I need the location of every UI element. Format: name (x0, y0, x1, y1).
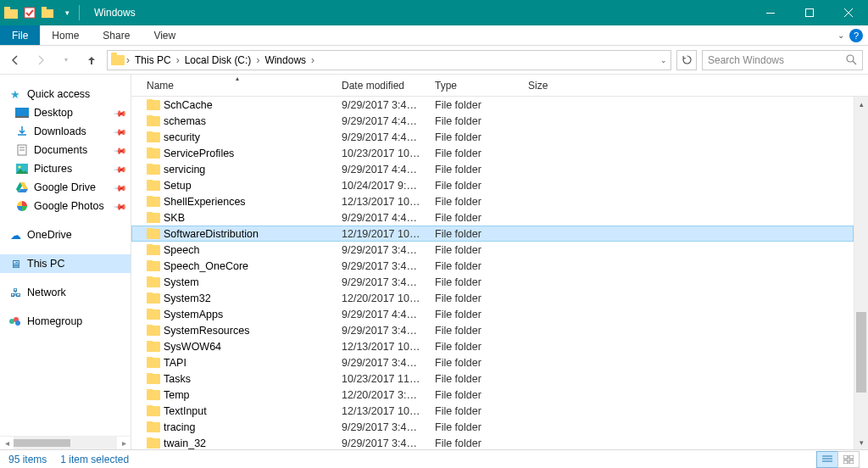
chevron-right-icon[interactable]: › (176, 54, 180, 66)
breadcrumb-windows[interactable]: Windows (261, 54, 309, 66)
file-row[interactable]: Tasks 10/23/2017 11:07 ... File folder (131, 370, 854, 387)
file-row[interactable]: Setup 10/24/2017 9:00 AM File folder (131, 177, 854, 193)
quick-access-header[interactable]: ★ Quick access (0, 85, 131, 103)
folder-icon (147, 100, 160, 110)
folder-icon (147, 326, 160, 336)
sidebar-item-google-photos[interactable]: Google Photos 📌 (0, 197, 131, 215)
recent-dropdown-icon[interactable]: ▾ (56, 50, 76, 70)
thispc-label: This PC (27, 258, 64, 270)
column-date[interactable]: Date modified (335, 75, 428, 96)
back-button[interactable] (5, 50, 25, 70)
refresh-button[interactable] (676, 50, 697, 70)
tab-home[interactable]: Home (40, 25, 91, 45)
file-name: Setup (164, 180, 192, 192)
file-date: 12/20/2017 3:53 PM (335, 389, 428, 401)
sidebar-item-desktop[interactable]: Desktop 📌 (0, 103, 131, 122)
address-dropdown-icon[interactable]: ⌄ (660, 56, 667, 64)
file-tab[interactable]: File (0, 25, 40, 45)
tab-view[interactable]: View (142, 25, 187, 45)
file-row[interactable]: tracing 9/29/2017 3:46 PM File folder (131, 419, 854, 435)
thumbnails-view-button[interactable] (837, 451, 860, 468)
pin-icon: 📌 (114, 199, 127, 213)
file-type: File folder (428, 421, 521, 433)
file-date: 9/29/2017 4:42 PM (335, 131, 428, 143)
file-name: SystemApps (164, 309, 223, 320)
file-row[interactable]: SchCache 9/29/2017 3:46 PM File folder (131, 97, 854, 113)
file-date: 10/23/2017 11:07 ... (335, 373, 428, 385)
homegroup-item[interactable]: Homegroup (0, 312, 131, 331)
search-box[interactable] (702, 50, 863, 70)
chevron-right-icon[interactable]: › (256, 54, 259, 66)
file-row[interactable]: System32 12/20/2017 10:59 ... File folde… (131, 290, 854, 306)
address-bar[interactable]: › This PC › Local Disk (C:) › Windows › … (107, 50, 671, 70)
column-name[interactable]: ▴Name (140, 75, 335, 96)
thispc-item[interactable]: 🖥 This PC (0, 254, 131, 273)
forward-button[interactable] (31, 50, 51, 70)
search-input[interactable] (708, 54, 846, 66)
file-date: 9/29/2017 3:46 PM (335, 99, 428, 111)
chevron-right-icon[interactable]: › (126, 54, 130, 66)
file-name: SKB (164, 212, 185, 224)
file-row[interactable]: TAPI 9/29/2017 3:46 PM File folder (131, 354, 854, 370)
navpane-scrollbar[interactable]: ◂▸ (0, 436, 131, 449)
breadcrumb-localdisk[interactable]: Local Disk (C:) (181, 54, 255, 66)
file-type: File folder (428, 228, 521, 240)
file-row[interactable]: security 9/29/2017 4:42 PM File folder (131, 129, 854, 145)
file-row[interactable]: Temp 12/20/2017 3:53 PM File folder (131, 387, 854, 403)
sidebar-item-documents[interactable]: Documents 📌 (0, 141, 131, 159)
downloads-icon (15, 125, 29, 138)
file-row[interactable]: servicing 9/29/2017 4:41 PM File folder (131, 161, 854, 177)
vertical-scrollbar[interactable]: ▴ ▾ (854, 97, 868, 449)
new-folder-icon[interactable] (39, 3, 58, 22)
file-date: 9/29/2017 3:46 PM (335, 276, 428, 288)
sidebar-item-downloads[interactable]: Downloads 📌 (0, 122, 131, 141)
pin-icon: 📌 (114, 143, 127, 157)
file-date: 9/29/2017 4:42 PM (335, 309, 428, 320)
help-icon[interactable]: ? (849, 29, 863, 42)
file-row[interactable]: SysWOW64 12/13/2017 10:56 ... File folde… (131, 338, 854, 354)
file-row[interactable]: SystemApps 9/29/2017 4:42 PM File folder (131, 306, 854, 322)
file-row[interactable]: TextInput 12/13/2017 10:55 ... File fold… (131, 403, 854, 419)
file-row[interactable]: ServiceProfiles 10/23/2017 10:44 ... Fil… (131, 145, 854, 161)
breadcrumb-thispc[interactable]: This PC (131, 54, 175, 66)
folder-icon (147, 406, 160, 416)
onedrive-item[interactable]: ☁ OneDrive (0, 226, 131, 244)
folder-app-icon[interactable] (2, 3, 20, 22)
sidebar-item-pictures[interactable]: Pictures 📌 (0, 159, 131, 178)
details-view-button[interactable] (816, 451, 838, 468)
column-type[interactable]: Type (428, 75, 521, 96)
maximize-button[interactable] (790, 0, 829, 25)
sidebar-item-google-drive[interactable]: Google Drive 📌 (0, 178, 131, 197)
tab-share[interactable]: Share (91, 25, 142, 45)
file-row[interactable]: schemas 9/29/2017 4:42 PM File folder (131, 113, 854, 129)
minimize-button[interactable] (751, 0, 790, 25)
file-row[interactable]: Speech 9/29/2017 3:46 PM File folder (131, 242, 854, 258)
file-row[interactable]: SKB 9/29/2017 4:41 PM File folder (131, 209, 854, 226)
chevron-right-icon[interactable]: › (311, 54, 314, 66)
file-date: 9/29/2017 3:46 PM (335, 437, 428, 449)
file-name: Speech_OneCore (164, 260, 248, 272)
folder-icon (147, 229, 160, 239)
file-row[interactable]: System 9/29/2017 3:46 PM File folder (131, 274, 854, 290)
close-button[interactable] (829, 0, 868, 25)
qat-dropdown-icon[interactable]: ▾ (58, 3, 76, 22)
ribbon-expand-icon[interactable]: ⌄ (837, 31, 844, 40)
file-date: 10/24/2017 9:00 AM (335, 180, 428, 192)
file-row[interactable]: SystemResources 9/29/2017 3:46 PM File f… (131, 322, 854, 338)
folder-icon (147, 181, 160, 191)
up-button[interactable] (81, 50, 102, 70)
file-row[interactable]: ShellExperiences 12/13/2017 10:55 ... Fi… (131, 193, 854, 209)
network-item[interactable]: 🖧 Network (0, 283, 131, 302)
file-row[interactable]: Speech_OneCore 9/29/2017 3:46 PM File fo… (131, 258, 854, 274)
search-icon[interactable] (846, 54, 857, 65)
folder-icon (147, 390, 160, 400)
file-type: File folder (428, 131, 521, 143)
file-row[interactable]: twain_32 9/29/2017 3:46 PM File folder (131, 435, 854, 449)
file-date: 9/29/2017 4:41 PM (335, 212, 428, 224)
file-type: File folder (428, 341, 521, 353)
file-row[interactable]: SoftwareDistribution 12/19/2017 10:48 ..… (131, 226, 854, 242)
properties-icon[interactable] (20, 3, 39, 22)
file-list[interactable]: SchCache 9/29/2017 3:46 PM File folder s… (131, 97, 854, 449)
column-headers: ▴Name Date modified Type Size (131, 75, 868, 97)
column-size[interactable]: Size (521, 75, 589, 96)
